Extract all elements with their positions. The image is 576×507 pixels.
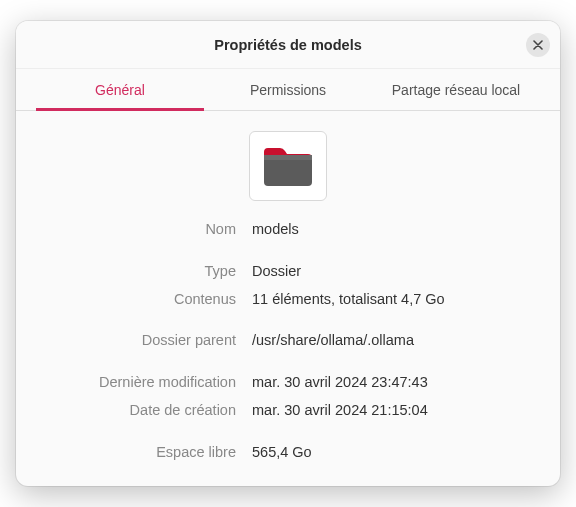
spacer xyxy=(56,428,520,436)
label-created: Date de création xyxy=(56,400,236,422)
titlebar: Propriétés de models xyxy=(16,21,560,69)
value-created: mar. 30 avril 2024 21:15:04 xyxy=(252,400,520,422)
tab-permissions[interactable]: Permissions xyxy=(204,69,372,110)
folder-icon xyxy=(262,144,314,188)
value-contents: 11 éléments, totalisant 4,7 Go xyxy=(252,289,520,311)
icon-row xyxy=(56,131,520,201)
value-type: Dossier xyxy=(252,261,520,283)
value-free: 565,4 Go xyxy=(252,442,520,464)
label-contents: Contenus xyxy=(56,289,236,311)
value-modified: mar. 30 avril 2024 23:47:43 xyxy=(252,372,520,394)
tab-local-share[interactable]: Partage réseau local xyxy=(372,69,540,110)
value-parent: /usr/share/ollama/.ollama xyxy=(252,330,520,352)
label-modified: Dernière modification xyxy=(56,372,236,394)
close-icon xyxy=(533,40,543,50)
close-button[interactable] xyxy=(526,33,550,57)
properties-window: Propriétés de models Général Permissions… xyxy=(16,21,560,486)
window-title: Propriétés de models xyxy=(214,37,361,53)
label-type: Type xyxy=(56,261,236,283)
folder-icon-button[interactable] xyxy=(249,131,327,201)
tab-bar: Général Permissions Partage réseau local xyxy=(16,69,560,111)
spacer xyxy=(56,358,520,366)
tab-general[interactable]: Général xyxy=(36,69,204,110)
spacer xyxy=(56,316,520,324)
label-name: Nom xyxy=(56,219,236,241)
value-name: models xyxy=(252,219,520,241)
label-parent: Dossier parent xyxy=(56,330,236,352)
general-panel: Nom models Type Dossier Contenus 11 élém… xyxy=(16,111,560,486)
spacer xyxy=(56,247,520,255)
properties-grid: Nom models Type Dossier Contenus 11 élém… xyxy=(56,219,520,463)
label-free: Espace libre xyxy=(56,442,236,464)
